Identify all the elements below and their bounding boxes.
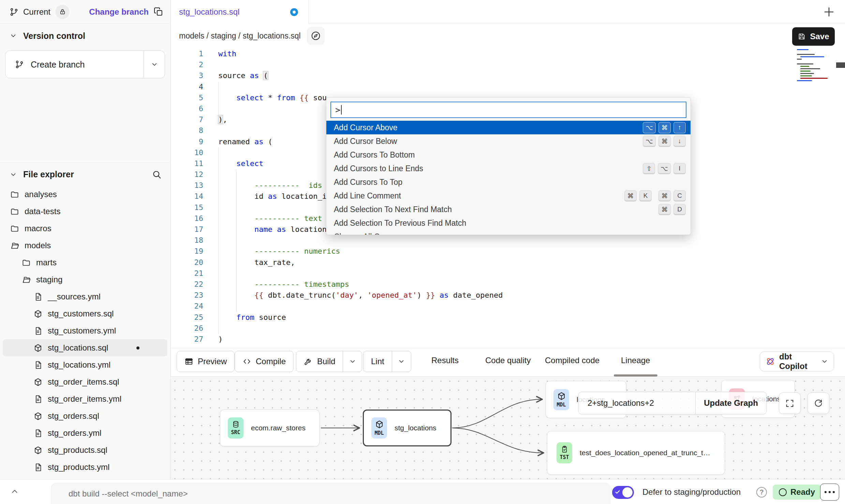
code-line-24[interactable]: 24 xyxy=(171,301,845,312)
build-dropdown[interactable] xyxy=(343,351,362,372)
minimap[interactable] xyxy=(797,49,837,80)
tab-lineage[interactable]: Lineage xyxy=(621,356,650,365)
defer-toggle[interactable] xyxy=(612,486,634,499)
file-item-__sources.yml[interactable]: __sources.yml xyxy=(3,288,167,305)
chevron-up-icon[interactable] xyxy=(10,487,19,496)
line-content: select * from {{ sou xyxy=(218,92,327,103)
cube-icon xyxy=(375,420,384,429)
code-line-3[interactable]: 3source as ( xyxy=(171,70,845,81)
file-item-stg_products.sql[interactable]: stg_products.sql xyxy=(3,442,167,459)
ready-status-badge[interactable]: Ready xyxy=(773,485,821,500)
file-item-staging[interactable]: staging xyxy=(3,271,167,288)
file-item-analyses[interactable]: analyses xyxy=(3,186,167,203)
code-line-1[interactable]: 1with xyxy=(171,48,845,59)
refresh-button[interactable] xyxy=(807,392,829,414)
palette-item-change-all-occurrences[interactable]: Change All Occurrences xyxy=(326,230,691,235)
dbt-copilot-button[interactable]: dbt Copilot xyxy=(760,352,834,371)
file-item-stg_order_items.yml[interactable]: stg_order_items.yml xyxy=(3,390,167,407)
minimap-slider[interactable] xyxy=(836,62,845,68)
file-item-data-tests[interactable]: data-tests xyxy=(3,203,167,220)
folder-open-icon xyxy=(10,241,19,250)
file-item-stg_customers.yml[interactable]: stg_customers.yml xyxy=(3,322,167,339)
key-icon: ⇧ xyxy=(643,163,655,174)
code-line-21[interactable]: 21 xyxy=(171,268,845,279)
tab-results[interactable]: Results xyxy=(431,356,459,365)
code-line-18[interactable]: 18 xyxy=(171,235,845,246)
line-content: source as ( xyxy=(218,70,268,81)
tab-compiled-code[interactable]: Compiled code xyxy=(545,356,599,365)
lineage-node-source[interactable]: SRC ecom.raw_stores xyxy=(220,410,320,446)
create-branch-button[interactable]: Create branch xyxy=(5,50,165,78)
new-tab-button[interactable] xyxy=(822,5,835,18)
palette-item-add-selection-to-next-find-match[interactable]: Add Selection To Next Find Match⌘D xyxy=(326,203,691,216)
code-line-4[interactable]: 4 xyxy=(171,81,845,92)
palette-item-add-cursors-to-bottom[interactable]: Add Cursors To Bottom xyxy=(326,148,691,162)
tab-code-quality[interactable]: Code quality xyxy=(485,356,531,365)
tab-title: stg_locations.sql xyxy=(179,7,239,17)
code-line-20[interactable]: 20 tax_rate, xyxy=(171,257,845,268)
line-content: from source xyxy=(218,312,286,323)
toggle-knob xyxy=(622,487,633,498)
change-branch-link[interactable]: Change branch xyxy=(89,7,149,17)
folder-icon xyxy=(22,258,31,267)
file-item-stg_products.yml[interactable]: stg_products.yml xyxy=(3,459,167,476)
palette-item-add-selection-to-previous-find-match[interactable]: Add Selection To Previous Find Match xyxy=(326,216,691,230)
code-line-22[interactable]: 22 ---------- timestamps xyxy=(171,279,845,290)
help-icon[interactable] xyxy=(756,487,767,498)
code-line-25[interactable]: 25 from source xyxy=(171,312,845,323)
copy-icon[interactable] xyxy=(153,7,163,17)
key-icon: C xyxy=(673,190,686,202)
palette-item-add-cursors-to-top[interactable]: Add Cursors To Top xyxy=(326,175,691,189)
build-button[interactable]: Build xyxy=(296,351,362,372)
palette-item-add-cursor-above[interactable]: Add Cursor Above⌥⌘↑ xyxy=(326,121,691,134)
palette-item-add-line-comment[interactable]: Add Line Comment⌘K⌘C xyxy=(326,189,691,203)
lineage-panel[interactable]: SRC ecom.raw_stores MDL stg_locations MD… xyxy=(171,377,845,479)
doc-icon xyxy=(33,326,43,336)
lint-button[interactable]: Lint xyxy=(363,351,411,372)
file-name: marts xyxy=(36,258,57,267)
command-palette-input[interactable]: > xyxy=(330,102,686,118)
file-explorer-header[interactable]: File explorer xyxy=(0,163,170,186)
lint-dropdown[interactable] xyxy=(392,351,411,372)
code-line-19[interactable]: 19 ---------- numerics xyxy=(171,246,845,257)
dbt-command-input[interactable]: dbt build --select <model_name> xyxy=(51,483,610,504)
file-item-models[interactable]: models xyxy=(3,237,167,254)
line-number: 3 xyxy=(171,70,218,81)
update-graph-button[interactable]: Update Graph xyxy=(695,392,766,414)
file-item-stg_orders.sql[interactable]: stg_orders.sql xyxy=(3,407,167,425)
file-name: stg_order_items.sql xyxy=(48,377,119,387)
code-line-2[interactable]: 2 xyxy=(171,59,845,70)
version-control-header[interactable]: Version control xyxy=(0,24,170,48)
file-item-stg_order_items.sql[interactable]: stg_order_items.sql xyxy=(3,373,167,390)
lineage-node-test[interactable]: TST test_does_location_opened_at_trunc_t… xyxy=(547,431,725,475)
code-line-23[interactable]: 23 {{ dbt.date_trunc('day', 'opened_at')… xyxy=(171,290,845,301)
fullscreen-icon xyxy=(785,399,795,408)
file-item-marts[interactable]: marts xyxy=(3,254,167,271)
code-line-26[interactable]: 26 xyxy=(171,323,845,334)
code-line-27[interactable]: 27) xyxy=(171,334,845,345)
code-editor[interactable]: 1with23source as (45 select * from {{ so… xyxy=(171,48,845,348)
file-item-stg_locations.yml[interactable]: stg_locations.yml xyxy=(3,356,167,373)
lineage-selector-input[interactable]: 2+stg_locations+2 xyxy=(579,392,695,414)
cube-icon xyxy=(33,309,43,318)
more-options-button[interactable] xyxy=(820,484,839,501)
preview-button[interactable]: Preview xyxy=(177,351,235,372)
file-item-stg_locations.sql[interactable]: stg_locations.sql xyxy=(3,339,167,356)
navigate-button[interactable] xyxy=(307,27,325,45)
palette-item-add-cursor-below[interactable]: Add Cursor Below⌥⌘↓ xyxy=(326,134,691,148)
file-item-macros[interactable]: macros xyxy=(3,220,167,237)
save-button[interactable]: Save xyxy=(792,27,835,46)
create-branch-dropdown[interactable] xyxy=(144,51,165,78)
line-number: 18 xyxy=(171,235,218,246)
fullscreen-button[interactable] xyxy=(779,392,801,414)
line-number: 8 xyxy=(171,125,218,136)
palette-item-add-cursors-to-line-ends[interactable]: Add Cursors to Line Ends⇧⌥I xyxy=(326,162,691,175)
chevron-down-icon xyxy=(151,61,158,68)
shortcut-keys: ⌘K⌘C xyxy=(624,190,686,202)
file-item-stg_customers.sql[interactable]: stg_customers.sql xyxy=(3,305,167,322)
file-item-stg_orders.yml[interactable]: stg_orders.yml xyxy=(3,425,167,442)
search-icon[interactable] xyxy=(152,169,162,179)
compile-button[interactable]: Compile xyxy=(235,351,294,372)
lineage-node-stg-locations[interactable]: MDL stg_locations xyxy=(363,410,451,446)
tab-stg-locations-sql[interactable]: stg_locations.sql xyxy=(171,0,309,24)
